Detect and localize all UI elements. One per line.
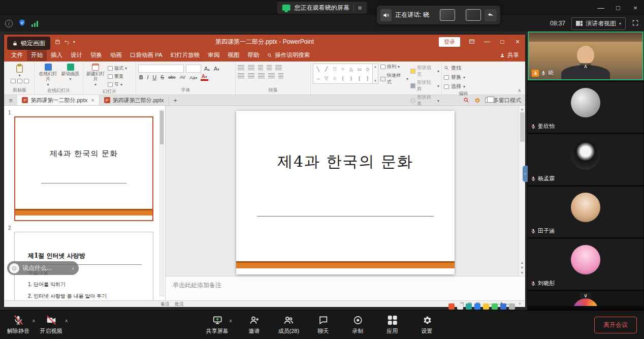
font-size-select[interactable] bbox=[186, 65, 201, 73]
new-slide-button[interactable]: 新建幻灯片 ▾ bbox=[85, 64, 106, 87]
slide-title[interactable]: 제4과 한국의 문화 bbox=[236, 151, 455, 172]
indent-decrease-icon[interactable] bbox=[258, 65, 263, 70]
char-spacing-button[interactable]: AV bbox=[179, 75, 186, 80]
italic-button[interactable]: I bbox=[146, 74, 150, 80]
members-button[interactable]: 成员(28) bbox=[275, 315, 302, 335]
minimize-button[interactable]: — bbox=[592, 0, 609, 15]
menu-help[interactable]: 帮助 bbox=[243, 49, 263, 61]
share-options-chevron[interactable]: ∧ bbox=[229, 318, 233, 323]
replace-button[interactable]: 替换▾ bbox=[444, 74, 465, 81]
numbering-icon[interactable] bbox=[248, 65, 254, 70]
notes-pane[interactable]: 单击此处添加备注 bbox=[166, 276, 525, 300]
close-button[interactable]: × bbox=[627, 0, 644, 15]
bold-button[interactable]: B bbox=[138, 74, 144, 80]
menu-design[interactable]: 设计 bbox=[67, 49, 86, 61]
gallery-scrollbar[interactable]: ▴▾ bbox=[373, 64, 378, 84]
tab-close-icon[interactable]: × bbox=[91, 97, 94, 103]
participant-tile[interactable]: 田子涵 bbox=[528, 187, 643, 237]
ribbon-options-icon[interactable] bbox=[464, 35, 479, 49]
menu-view[interactable]: 视图 bbox=[223, 49, 243, 61]
start-video-button[interactable]: 开启视频 bbox=[38, 315, 65, 335]
video-options-chevron[interactable]: ∧ bbox=[65, 318, 69, 323]
scroll-down-chevron[interactable]: ∨ bbox=[580, 292, 591, 299]
section-button[interactable]: 节▾ bbox=[108, 81, 127, 88]
chevron-down-icon[interactable]: ▾ bbox=[73, 40, 75, 44]
reply-arrow-icon[interactable] bbox=[485, 9, 497, 21]
slide-canvas[interactable]: 제4과 한국의 문화 ▴ ▴ ▾ ▾ bbox=[166, 106, 525, 276]
layout-button[interactable]: 版式▾ bbox=[108, 65, 127, 72]
ppt-share-button[interactable]: 共享 bbox=[500, 51, 522, 59]
unmute-button[interactable]: 解除静音 bbox=[5, 315, 31, 335]
grow-font-button[interactable]: A▴ bbox=[203, 66, 211, 72]
collapse-ribbon-icon[interactable]: ∧ bbox=[518, 88, 521, 93]
menu-home[interactable]: 开始 bbox=[27, 49, 47, 61]
chat-button[interactable]: 聊天 bbox=[310, 315, 336, 335]
invite-button[interactable]: 邀请 bbox=[241, 315, 267, 335]
menu-animations[interactable]: 动画 bbox=[106, 49, 126, 61]
comments-toggle[interactable]: 批注 bbox=[175, 301, 184, 307]
select-button[interactable]: 选择▾ bbox=[444, 83, 465, 90]
online-slides-button[interactable]: 在线幻灯片 ▾ bbox=[38, 64, 59, 87]
font-name-select[interactable] bbox=[138, 65, 184, 73]
taskbar-icon[interactable] bbox=[509, 303, 515, 310]
taskbar-icon[interactable] bbox=[492, 303, 498, 310]
taskbar-icon[interactable] bbox=[483, 303, 489, 310]
format-painter-icon[interactable] bbox=[24, 79, 29, 83]
doc-tab[interactable]: P 第四课第三部分.pptx bbox=[100, 95, 169, 105]
share-screen-button[interactable]: 共享屏幕 bbox=[204, 315, 231, 335]
copy-icon[interactable] bbox=[17, 79, 22, 83]
shield-icon[interactable] bbox=[18, 19, 26, 28]
emoji-icon[interactable]: ☺ bbox=[9, 263, 19, 273]
lock-screen-button[interactable]: 锁定画面 bbox=[7, 37, 50, 50]
new-animation-page-button[interactable]: 新动画页 ▾ bbox=[61, 64, 80, 82]
collapse-panel-chevron[interactable]: ∧ bbox=[580, 63, 591, 70]
taskbar-icon[interactable] bbox=[457, 303, 463, 310]
participant-tile[interactable]: 姜欣怡 bbox=[528, 82, 643, 133]
new-tab-button[interactable]: + bbox=[169, 97, 182, 104]
zoom-in-icon[interactable]: + bbox=[519, 301, 521, 306]
menu-slideshow[interactable]: 幻灯片放映 bbox=[167, 49, 204, 61]
ppt-minimize-button[interactable]: — bbox=[479, 35, 495, 49]
tab-list-icon[interactable]: ≣ bbox=[4, 98, 17, 103]
doc-tab-active[interactable]: P 第四课第一二部分.pptx × bbox=[17, 95, 99, 105]
save-icon[interactable] bbox=[55, 39, 60, 45]
maximize-button[interactable]: □ bbox=[609, 0, 627, 15]
scroll-up-icon[interactable]: ▴ bbox=[521, 107, 523, 111]
login-button[interactable]: 登录 bbox=[439, 37, 460, 47]
slide-thumbnail-1[interactable]: 제4과 한국의 문화 bbox=[14, 116, 153, 221]
menu-pocket-animation[interactable]: 口袋动画 PA bbox=[126, 49, 167, 61]
ppt-close-button[interactable]: × bbox=[510, 35, 525, 49]
menu-review[interactable]: 审阅 bbox=[204, 49, 223, 61]
collapse-chat-icon[interactable]: ‹ bbox=[72, 265, 74, 272]
paste-button[interactable]: ▾ bbox=[15, 64, 24, 78]
mic-options-chevron[interactable]: ∧ bbox=[32, 318, 36, 323]
reset-button[interactable]: 重置 bbox=[108, 73, 127, 80]
taskbar-icon[interactable] bbox=[474, 303, 480, 310]
menu-file[interactable]: 文件 bbox=[7, 49, 27, 61]
bullets-icon[interactable] bbox=[238, 65, 244, 70]
cut-icon[interactable] bbox=[11, 79, 16, 83]
shape-fill-button[interactable]: 形状填充▾ bbox=[410, 65, 439, 78]
tell-me-search[interactable]: 操作说明搜索 bbox=[267, 51, 310, 59]
multi-window-mode-button[interactable]: 多窗口模式 bbox=[485, 97, 521, 104]
find-button[interactable]: 查找 bbox=[444, 65, 465, 72]
thumbnail-scrollbar[interactable] bbox=[159, 110, 164, 296]
info-icon[interactable]: i bbox=[5, 20, 13, 27]
columns-icon[interactable] bbox=[278, 73, 283, 78]
arrange-button[interactable]: 排列▾ bbox=[380, 64, 408, 70]
taskbar-icon[interactable] bbox=[500, 303, 506, 310]
participant-tile-partial[interactable]: ∨ bbox=[528, 291, 643, 306]
indent-increase-icon[interactable] bbox=[267, 65, 272, 70]
settings-button[interactable]: 设置 bbox=[413, 315, 440, 335]
clear-format-button[interactable]: abc bbox=[167, 75, 177, 80]
menu-transitions[interactable]: 切换 bbox=[86, 49, 106, 61]
apps-button[interactable]: 应用 bbox=[379, 315, 405, 335]
next-slide-icon[interactable]: ▾ bbox=[521, 265, 523, 270]
font-color-button[interactable]: A▾ bbox=[201, 74, 208, 81]
previous-slide-icon[interactable]: ▴ bbox=[521, 260, 523, 265]
shapes-gallery[interactable]: ╲╱□○△▭◇→▽☆(){} bbox=[313, 64, 373, 84]
menu-insert[interactable]: 插入 bbox=[47, 49, 67, 61]
editor-scrollbar[interactable]: ▴ ▴ ▾ ▾ bbox=[519, 106, 525, 276]
quick-styles-button[interactable]: 快速样式▾ bbox=[380, 72, 408, 85]
line-spacing-icon[interactable] bbox=[275, 65, 282, 70]
